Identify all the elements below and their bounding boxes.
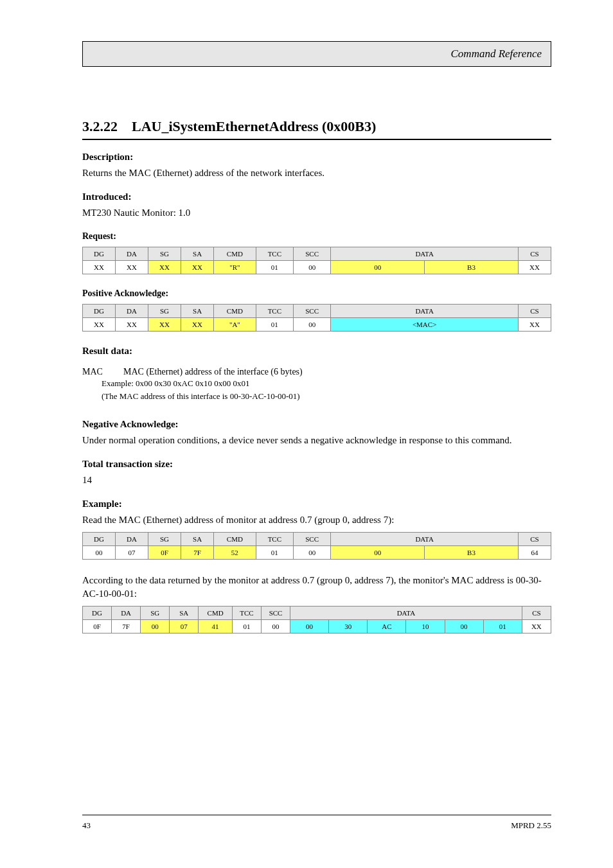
table-row: XX XX XX XX "R" 01 00 00 B3 XX xyxy=(83,261,551,274)
cell: 41 xyxy=(199,620,233,633)
cell: 00 xyxy=(331,261,425,274)
section-title: 3.2.22 LAU_iSystemEthernetAddress (0x00B… xyxy=(82,118,551,140)
cell: XX xyxy=(518,261,551,274)
param-example: Example: 0x00 0x30 0xAC 0x10 0x00 0x01 (… xyxy=(102,377,551,402)
col-sg: SG xyxy=(141,607,170,620)
cell: 01 xyxy=(232,620,261,633)
example-mid-text: According to the data returned by the mo… xyxy=(82,574,551,601)
cell: 00 xyxy=(293,318,330,332)
col-tcc: TCC xyxy=(232,607,261,620)
header-title: Command Reference xyxy=(451,48,542,60)
tx-value: 14 xyxy=(82,474,551,487)
result-label: Result data: xyxy=(82,346,551,357)
footer-doc-id: MPRD 2.55 xyxy=(511,820,551,831)
page: Command Reference 3.2.22 LAU_iSystemEthe… xyxy=(0,0,613,868)
col-da: DA xyxy=(116,533,148,546)
col-cmd: CMD xyxy=(214,247,256,261)
cell: 0F xyxy=(83,620,112,633)
cell: 7F xyxy=(181,546,214,560)
example-intro: Read the MAC (Ethernet) address of monit… xyxy=(82,513,551,527)
cell: 00 xyxy=(83,546,116,560)
col-sg: SG xyxy=(148,305,181,318)
table-row: 0F 7F 00 07 41 01 00 00 30 AC 10 00 01 X… xyxy=(83,620,551,633)
col-scc: SCC xyxy=(293,305,330,318)
cell: AC xyxy=(368,620,406,633)
cell: 64 xyxy=(518,546,551,560)
cell: 0F xyxy=(148,546,181,560)
col-data: DATA xyxy=(290,607,522,620)
cell: XX xyxy=(83,318,116,332)
param-desc: MAC (Ethernet) address of the interface … xyxy=(123,367,303,376)
col-sa: SA xyxy=(181,305,214,318)
tx-label: Total transaction size: xyxy=(82,459,551,470)
col-dg: DG xyxy=(83,247,116,261)
col-sg: SG xyxy=(148,247,181,261)
cell: 00 xyxy=(293,261,330,274)
table-header-row: DG DA SG SA CMD TCC SCC DATA CS xyxy=(83,533,551,546)
col-scc: SCC xyxy=(293,533,330,546)
col-da: DA xyxy=(116,247,148,261)
page-header: Command Reference xyxy=(82,41,551,67)
section-name: LAU_iSystemEthernetAddress (0x00B3) xyxy=(132,118,376,134)
example-note: (The MAC address of this interface is 00… xyxy=(102,391,300,401)
param-name: MAC xyxy=(82,367,121,377)
description-label: Description: xyxy=(82,152,551,163)
table-row: XX XX XX XX "A" 01 00 <MAC> XX xyxy=(83,318,551,332)
col-scc: SCC xyxy=(261,607,290,620)
cell: XX xyxy=(116,261,148,274)
example-response-table: DG DA SG SA CMD TCC SCC DATA CS 0F 7F 00… xyxy=(82,606,551,633)
cell: 10 xyxy=(406,620,445,633)
example-label: Example: xyxy=(102,378,134,388)
cell: 00 xyxy=(261,620,290,633)
col-tcc: TCC xyxy=(256,305,293,318)
col-sa: SA xyxy=(181,247,214,261)
table-header-row: DG DA SG SA CMD TCC SCC DATA CS xyxy=(83,305,551,318)
cell: B3 xyxy=(425,261,519,274)
cell: "A" xyxy=(214,318,256,332)
example-value: 0x00 0x30 0xAC 0x10 0x00 0x01 xyxy=(136,378,249,388)
cell: XX xyxy=(83,261,116,274)
cell: 01 xyxy=(256,318,293,332)
cell: 01 xyxy=(483,620,522,633)
col-sa: SA xyxy=(181,533,214,546)
cell: 00 xyxy=(331,546,425,560)
description-text: Returns the MAC (Ethernet) address of th… xyxy=(82,166,551,180)
cell: 01 xyxy=(256,261,293,274)
cell: 00 xyxy=(445,620,483,633)
cell: XX xyxy=(116,318,148,332)
table-header-row: DG DA SG SA CMD TCC SCC DATA CS xyxy=(83,607,551,620)
col-data: DATA xyxy=(331,247,519,261)
cell: "R" xyxy=(214,261,256,274)
col-cs: CS xyxy=(518,305,551,318)
col-data: DATA xyxy=(331,533,519,546)
col-cs: CS xyxy=(518,247,551,261)
col-data: DATA xyxy=(331,305,519,318)
col-tcc: TCC xyxy=(256,533,293,546)
col-scc: SCC xyxy=(293,247,330,261)
col-cmd: CMD xyxy=(214,533,256,546)
cell: XX xyxy=(148,261,181,274)
cell: B3 xyxy=(425,546,519,560)
cell: 52 xyxy=(214,546,256,560)
param-block: MAC MAC (Ethernet) address of the interf… xyxy=(82,366,551,402)
col-cs: CS xyxy=(522,607,551,620)
cell: XX xyxy=(181,318,214,332)
cell: XX xyxy=(518,318,551,332)
col-dg: DG xyxy=(83,607,112,620)
col-cs: CS xyxy=(518,533,551,546)
cell: XX xyxy=(522,620,551,633)
cell: XX xyxy=(181,261,214,274)
col-cmd: CMD xyxy=(214,305,256,318)
page-footer: 43 MPRD 2.55 xyxy=(82,815,551,831)
request-table: DG DA SG SA CMD TCC SCC DATA CS XX XX XX… xyxy=(82,247,551,274)
cell: 01 xyxy=(256,546,293,560)
cell: 30 xyxy=(329,620,368,633)
pack-table: DG DA SG SA CMD TCC SCC DATA CS XX XX XX… xyxy=(82,304,551,332)
cell: 00 xyxy=(141,620,170,633)
example-label: Example: xyxy=(82,499,551,509)
table-header-row: DG DA SG SA CMD TCC SCC DATA CS xyxy=(83,247,551,261)
nack-label: Negative Acknowledge: xyxy=(82,419,551,430)
col-tcc: TCC xyxy=(256,247,293,261)
col-dg: DG xyxy=(83,533,116,546)
cell: 00 xyxy=(290,620,329,633)
